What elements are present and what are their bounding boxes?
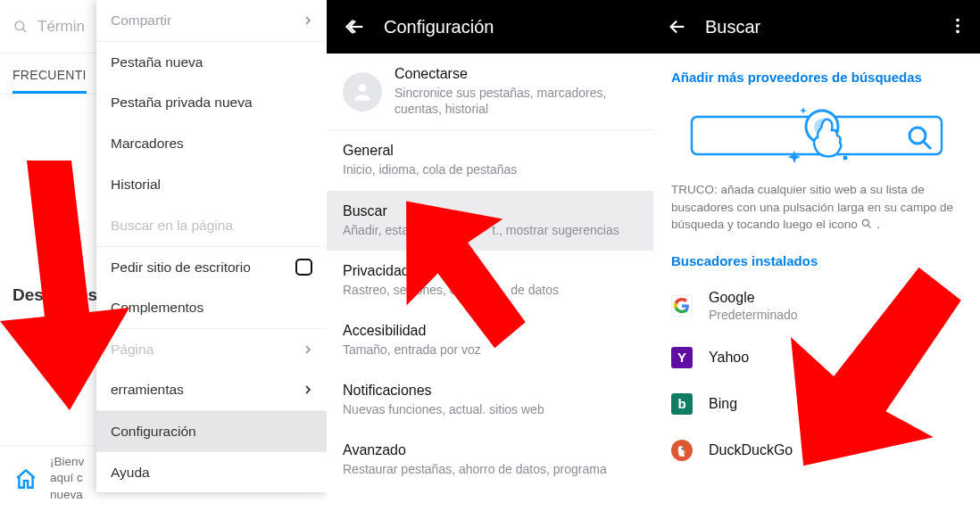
row-privacidad[interactable]: Privacidad Rastreo, sesiones, elec de da…: [327, 251, 653, 310]
row-sub: Sincronice sus pestañas, marcadores, cue…: [394, 85, 635, 117]
chevron-right-icon: [303, 16, 312, 25]
engine-duckduckgo[interactable]: DuckDuckGo: [653, 427, 980, 474]
bottom-text: ¡Bienv aquí c nueva: [50, 454, 84, 503]
svg-point-5: [956, 30, 959, 34]
row-sub: Tamaño, entrada por voz: [343, 342, 637, 358]
svg-point-2: [359, 84, 367, 92]
menu-item-pestana-nueva[interactable]: Pestaña nueva: [96, 41, 327, 82]
menu-item-sitio-escritorio[interactable]: Pedir sitio de escritorio: [96, 246, 327, 287]
row-sub: Restaurar pestañas, ahorro de datos, pro…: [343, 461, 637, 477]
duckduckgo-icon: [671, 440, 693, 461]
row-general[interactable]: General Inicio, idioma, cola de pestañas: [327, 129, 653, 190]
row-accesibilidad[interactable]: Accesibilidad Tamaño, entrada por voz: [327, 310, 653, 370]
engine-name: Bing: [709, 396, 737, 412]
tab-frequent[interactable]: FRECUENTI: [12, 68, 87, 94]
overflow-menu: Compartir Pestaña nueva Pestaña privada …: [96, 0, 327, 492]
avatar-icon: [343, 72, 382, 111]
engine-name: DuckDuckGo: [709, 442, 793, 458]
menu-item-complementos[interactable]: Complementos: [96, 287, 327, 328]
row-sub: Añadir, esta t., mostrar sugerencias: [343, 222, 637, 238]
svg-point-4: [956, 24, 959, 28]
row-header: Notificaciones: [343, 383, 637, 399]
row-header: Privacidad: [343, 263, 637, 279]
chevron-right-icon: [303, 385, 312, 394]
menu-item-pestana-privada[interactable]: Pestaña privada nueva: [96, 82, 327, 123]
search-illustration: [653, 97, 980, 181]
search-tip: TRUCO: añada cualquier sitio web a su li…: [653, 181, 980, 250]
menu-item-marcadores[interactable]: Marcadores: [96, 123, 327, 164]
appbar: Buscar: [653, 0, 980, 54]
panel-buscar: Buscar Añadir más proveedores de búsqued…: [653, 0, 980, 511]
menu-item-buscar-pagina: Buscar en la página: [96, 205, 327, 246]
engine-name: Google: [709, 290, 798, 306]
row-header: Buscar: [343, 203, 637, 219]
panel-menu: Términ FRECUENTI Destac os ¡Bienv aquí c…: [0, 0, 327, 511]
engine-yahoo[interactable]: Y Yahoo: [653, 334, 980, 381]
appbar: Configuración: [327, 0, 653, 54]
yahoo-icon: Y: [671, 347, 693, 368]
row-sub: Rastreo, sesiones, elec de datos: [343, 282, 637, 298]
svg-line-1: [23, 29, 26, 31]
add-providers-link[interactable]: Añadir más proveedores de búsquedas: [653, 54, 980, 97]
bing-icon: b: [671, 393, 693, 415]
svg-line-13: [868, 226, 871, 228]
appbar-title: Configuración: [384, 17, 494, 37]
svg-point-3: [956, 19, 959, 22]
menu-item-configuracion[interactable]: Configuración: [96, 410, 327, 451]
svg-point-15: [681, 448, 683, 449]
back-arrow-icon[interactable]: [346, 17, 366, 37]
row-avanzado[interactable]: Avanzado Restaurar pestañas, ahorro de d…: [327, 430, 653, 490]
row-header: General: [343, 143, 637, 159]
row-buscar[interactable]: Buscar Añadir, esta t., mostrar sugerenc…: [327, 191, 653, 251]
back-arrow-icon[interactable]: [668, 17, 687, 37]
row-conectarse[interactable]: Conectarse Sincronice sus pestañas, marc…: [327, 54, 653, 129]
panel-configuracion: Configuración Conectarse Sincronice sus …: [327, 0, 653, 511]
row-header: Conectarse: [394, 66, 635, 82]
engine-bing[interactable]: b Bing: [653, 381, 980, 427]
desktop-site-checkbox[interactable]: [295, 259, 312, 276]
engine-google[interactable]: Google Predeterminado: [653, 277, 980, 334]
menu-item-herramientas[interactable]: erramientas: [96, 369, 327, 410]
more-icon[interactable]: [948, 16, 968, 36]
svg-point-0: [15, 21, 24, 30]
svg-point-11: [843, 156, 848, 161]
search-small-icon: [860, 218, 873, 230]
row-sub: Inicio, idioma, cola de pestañas: [343, 161, 637, 177]
menu-item-historial[interactable]: Historial: [96, 164, 327, 205]
menu-item-ayuda[interactable]: Ayuda: [96, 451, 327, 492]
menu-item-pagina: Página: [96, 328, 327, 369]
search-icon: [12, 19, 29, 35]
engine-sub: Predeterminado: [709, 308, 798, 322]
engine-name: Yahoo: [709, 350, 749, 366]
installed-engines-label: Buscadores instalados: [653, 250, 980, 277]
search-placeholder: Términ: [37, 18, 85, 36]
google-icon: [671, 295, 693, 317]
row-header: Avanzado: [343, 442, 637, 458]
row-header: Accesibilidad: [343, 323, 637, 339]
menu-item-compartir[interactable]: Compartir: [96, 0, 327, 41]
home-icon: [14, 467, 37, 490]
appbar-title: Buscar: [705, 17, 760, 37]
row-sub: Nuevas funciones, actual. sitios web: [343, 401, 637, 417]
chevron-right-icon: [303, 345, 312, 354]
row-notificaciones[interactable]: Notificaciones Nuevas funciones, actual.…: [327, 370, 653, 430]
